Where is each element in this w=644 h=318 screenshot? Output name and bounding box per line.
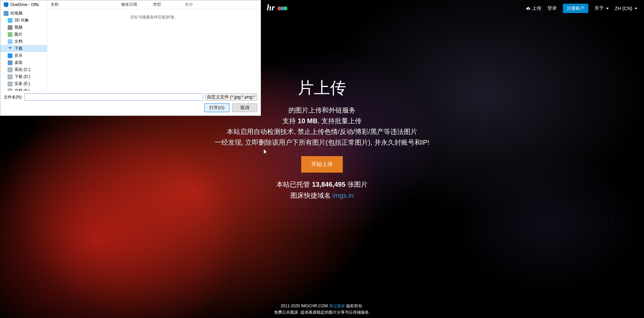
col-size[interactable]: 大小 [181,2,212,7]
tree-3d-objects[interactable]: 3D 对象 [0,17,47,24]
tree-label: OneDrive - Offic [10,2,39,7]
dialog-bottom: 文件名(N): 打开(O) 取消 [0,91,261,116]
tree-label: 3D 对象 [14,17,29,23]
nav-about-label: 关于 [594,5,604,11]
onedrive-icon [4,2,8,7]
drive-icon [8,75,12,79]
tree-drive-e[interactable]: 安装 (E:) [0,80,47,87]
open-button-label: 打开(O) [209,105,224,110]
logo-text: hr [267,3,275,12]
domain-link[interactable]: imgs.in [332,192,354,199]
stats-count: 13,846,495 [312,181,345,188]
col-type[interactable]: 类型 [150,2,181,7]
filename-label: 文件名(N): [4,94,22,100]
hero-line4: 一经发现, 立即删除该用户下所有图片(包括正常图片), 并永久封账号和IP! [0,137,644,148]
file-open-dialog: OneDrive - Offic 此电脑 3D 对象 视频 图片 文档 下载 音… [0,0,261,116]
stats-prefix: 本站已托管 [276,181,312,188]
cloud-upload-icon [526,6,531,11]
site-logo[interactable]: hr [267,3,287,13]
filetype-select[interactable] [205,93,257,101]
desktop-icon [8,60,12,65]
footer-line1: 2011-2020 IMGCHR.COM 路过图床 版权所有. [0,303,644,309]
tree-this-pc[interactable]: 此电脑 [0,10,47,17]
tree-label: 系统 (C:) [14,67,30,73]
footer-line2: 免费公共图床, 提供高速稳定的图片分享与云存储服务. [0,310,644,315]
dialog-buttons: 打开(O) 取消 [4,103,257,112]
chevron-down-icon [606,8,609,9]
tree-label: 下载 [14,46,22,51]
nav-register-button[interactable]: 注册账户 [563,4,588,13]
column-headers: 名称 修改日期 类型 大小 [47,0,261,9]
tree-drive-f[interactable]: 存档 (F:) [0,87,47,91]
stats-suffix: 张图片 [345,181,368,188]
tree-downloads[interactable]: 下载 [0,45,47,52]
logo-dots-icon [278,6,287,10]
download-icon [8,46,12,51]
tree-music[interactable]: 音乐 [0,52,47,59]
drive-icon [8,67,12,72]
tree-label: 视频 [14,25,22,30]
video-icon [8,25,12,30]
filename-row: 文件名(N): [4,93,257,101]
tree-drive-d[interactable]: 下载 (D:) [0,73,47,80]
nav-about[interactable]: 关于 [594,5,609,11]
tree-label: 存档 (F:) [14,88,30,91]
open-button[interactable]: 打开(O) [204,103,229,112]
tree-pictures[interactable]: 图片 [0,31,47,38]
tree-onedrive[interactable]: OneDrive - Offic [0,2,47,8]
tree-label: 桌面 [14,60,22,65]
start-upload-button[interactable]: 开始上传 [301,156,343,173]
cube-icon [8,18,12,23]
tree-label: 下载 (D:) [14,74,30,80]
chevron-down-icon [635,8,637,9]
tree-label: 文档 [14,39,22,44]
tree-documents[interactable]: 文档 [0,38,47,45]
footer-site-link[interactable]: 路过图床 [329,304,345,308]
tree-label: 此电脑 [10,10,22,16]
nav-register-label: 注册账户 [567,6,584,11]
tree-label: 安装 (E:) [14,81,30,87]
col-date[interactable]: 修改日期 [118,2,150,7]
hero-line3: 本站启用自动检测技术, 禁止上传色情/反动/博彩/黑产等违法图片 [0,126,644,137]
cancel-button-label: 取消 [240,105,249,110]
nav-lang[interactable]: ZH (CN) [615,6,637,11]
hero-line2-prefix: 支持 [282,117,298,125]
nav-login-label: 登录 [547,5,557,11]
picture-icon [8,32,12,37]
music-icon [8,53,12,58]
nav-login[interactable]: 登录 [547,5,557,11]
domain-prefix: 图床快捷域名 [290,192,333,199]
nav-lang-label: ZH (CN) [615,6,632,11]
drive-icon [8,82,12,86]
tree-drive-c[interactable]: 系统 (C:) [0,66,47,73]
tree-videos[interactable]: 视频 [0,24,47,31]
pc-icon [4,11,8,16]
cancel-button[interactable]: 取消 [232,103,257,112]
file-list-pane: 名称 修改日期 类型 大小 没有与搜索条件匹配的项。 [47,0,261,91]
tree-desktop[interactable]: 桌面 [0,59,47,66]
filename-input[interactable] [24,93,203,101]
tree-label: 音乐 [14,53,22,58]
hero-line2-suffix: , 支持批量上传 [318,117,362,125]
hero-line2: 支持 10 MB, 支持批量上传 [0,116,644,126]
empty-message: 没有与搜索条件匹配的项。 [47,14,261,20]
hosted-stats: 本站已托管 13,846,495 张图片 [0,180,644,189]
folder-tree: OneDrive - Offic 此电脑 3D 对象 视频 图片 文档 下载 音… [0,0,47,91]
domain-line: 图床快捷域名 imgs.in [0,191,644,200]
col-name[interactable]: 名称 [47,2,118,7]
footer-copyright-post: 版权所有. [345,304,364,308]
dialog-body: OneDrive - Offic 此电脑 3D 对象 视频 图片 文档 下载 音… [0,0,261,91]
footer-copyright-pre: 2011-2020 IMGCHR.COM [281,304,329,308]
nav-upload-label: 上传 [532,5,541,11]
nav-upload[interactable]: 上传 [526,5,541,11]
tree-label: 图片 [14,32,22,37]
hero-upload-size: 10 MB [298,117,318,125]
footer: 2011-2020 IMGCHR.COM 路过图床 版权所有. 免费公共图床, … [0,303,644,315]
document-icon [8,39,12,44]
